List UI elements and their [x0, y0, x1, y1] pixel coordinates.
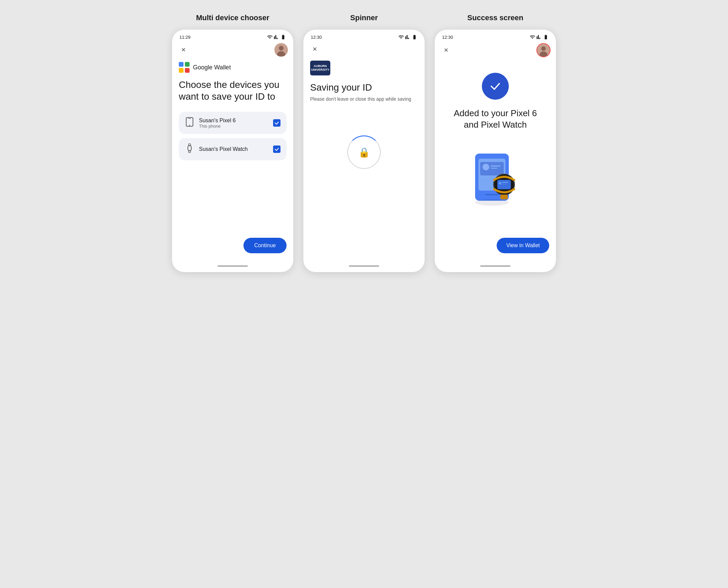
status-time-3: 12:30 [442, 35, 453, 40]
success-icon-area [442, 73, 549, 100]
screen2-title: Spinner [350, 14, 378, 22]
wallet-logo-icon [179, 62, 190, 73]
success-title: Added to your Pixel 6 and Pixel Watch [442, 108, 549, 131]
avatar-1 [274, 43, 288, 57]
school-logo-text: AUBURNUNIVERSITY [311, 64, 329, 72]
status-icons-3 [530, 34, 549, 40]
continue-button[interactable]: Continue [243, 238, 286, 253]
svg-rect-6 [185, 68, 190, 73]
svg-rect-31 [502, 184, 506, 185]
battery-icon-3 [543, 34, 549, 40]
status-bar-1: 11:29 [172, 29, 293, 42]
battery-icon [280, 34, 286, 40]
spinner-circle: 🔒 [347, 135, 381, 169]
wallet-name-label: Google Wallet [193, 64, 231, 71]
spinner-area: 🔒 [310, 135, 418, 169]
nav-pill-1 [217, 265, 248, 267]
screen1-content: Google Wallet Choose the devices you wan… [172, 59, 293, 261]
svg-point-23 [475, 199, 509, 206]
close-button-2[interactable]: × [309, 43, 321, 55]
device-info-pixelwatch: Susan's Pixel Watch [199, 146, 269, 152]
wifi-icon-3 [530, 34, 535, 40]
checkmark-icon-2 [274, 147, 279, 151]
avatar-image-1 [274, 43, 288, 57]
lock-icon: 🔒 [358, 147, 370, 158]
device-sub-pixel6: This phone [199, 124, 269, 129]
battery-icon-2 [412, 34, 417, 40]
top-bar-1: × [172, 42, 293, 59]
phone-icon [185, 117, 194, 129]
top-bar-2: × [303, 42, 425, 58]
watch-icon [185, 144, 194, 155]
wifi-icon [267, 34, 273, 40]
phone-frame-2: 12:30 × AUBURNUNIVERSITY [303, 29, 425, 272]
svg-point-14 [541, 46, 545, 51]
device-illustration [458, 144, 532, 211]
svg-rect-3 [179, 62, 184, 67]
svg-rect-30 [502, 182, 508, 183]
checkbox-pixelwatch[interactable] [273, 146, 280, 153]
nav-pill-3 [480, 265, 511, 267]
screen1-title: Multi device chooser [196, 14, 270, 22]
avatar-ring-3 [536, 43, 551, 57]
bottom-area-1: Continue [179, 231, 286, 253]
device-name-pixel6: Susan's Pixel 6 [199, 118, 269, 124]
school-logo: AUBURNUNIVERSITY [310, 61, 330, 76]
device-name-pixelwatch: Susan's Pixel Watch [199, 146, 269, 152]
svg-point-19 [483, 164, 489, 170]
success-wrapper: Success screen 12:30 × [435, 14, 556, 272]
status-icons-1 [267, 34, 286, 40]
svg-rect-5 [179, 68, 184, 73]
saving-title: Saving your ID [310, 82, 418, 93]
saving-sub: Please don't leave or close this app whi… [310, 96, 418, 102]
bottom-area-3: View in Wallet [442, 231, 549, 253]
svg-rect-4 [185, 62, 190, 67]
close-button-3[interactable]: × [440, 44, 452, 56]
screen3-title: Success screen [467, 14, 523, 22]
signal-icon-2 [405, 34, 410, 40]
avatar-image-3 [537, 44, 550, 57]
success-circle [482, 73, 509, 100]
phone-frame-3: 12:30 × [435, 29, 556, 272]
checkbox-pixel6[interactable] [273, 119, 280, 127]
svg-point-1 [279, 46, 283, 50]
svg-point-29 [499, 182, 501, 185]
svg-rect-22 [485, 194, 499, 195]
checkmark-icon [274, 121, 279, 125]
wallet-header: Google Wallet [179, 62, 286, 73]
svg-rect-8 [188, 118, 191, 119]
nav-bar-1 [172, 261, 293, 272]
nav-bar-3 [435, 261, 556, 272]
choose-title: Choose the devices you want to save your… [179, 79, 286, 102]
signal-icon-3 [536, 34, 542, 40]
top-bar-3: × [435, 42, 556, 60]
device-card-pixel6[interactable]: Susan's Pixel 6 This phone [179, 112, 286, 134]
signal-icon [274, 34, 279, 40]
screen2-content: AUBURNUNIVERSITY Saving your ID Please d… [303, 58, 425, 261]
status-time-1: 11:29 [179, 35, 191, 40]
device-card-pixelwatch[interactable]: Susan's Pixel Watch [179, 138, 286, 160]
svg-rect-20 [491, 165, 501, 167]
illustration-area [442, 144, 549, 211]
status-bar-2: 12:30 [303, 29, 425, 42]
svg-rect-10 [188, 146, 191, 151]
screen3-content: Added to your Pixel 6 and Pixel Watch [435, 60, 556, 261]
status-bar-3: 12:30 [435, 29, 556, 42]
phone-frame-1: 11:29 × [172, 29, 293, 272]
nav-bar-2 [303, 261, 425, 272]
svg-rect-21 [491, 168, 497, 169]
status-icons-2 [398, 34, 417, 40]
close-button-1[interactable]: × [177, 44, 190, 56]
nav-pill-2 [349, 265, 379, 267]
svg-point-9 [189, 125, 190, 126]
view-in-wallet-button[interactable]: View in Wallet [497, 238, 549, 253]
spinner-wrapper: Spinner 12:30 × AUB [303, 14, 425, 272]
wifi-icon-2 [398, 34, 404, 40]
checkmark-success-icon [489, 80, 502, 93]
multi-device-chooser-wrapper: Multi device chooser 11:29 × [172, 14, 293, 272]
device-info-pixel6: Susan's Pixel 6 This phone [199, 118, 269, 129]
svg-rect-27 [500, 195, 508, 200]
status-time-2: 12:30 [311, 35, 322, 40]
